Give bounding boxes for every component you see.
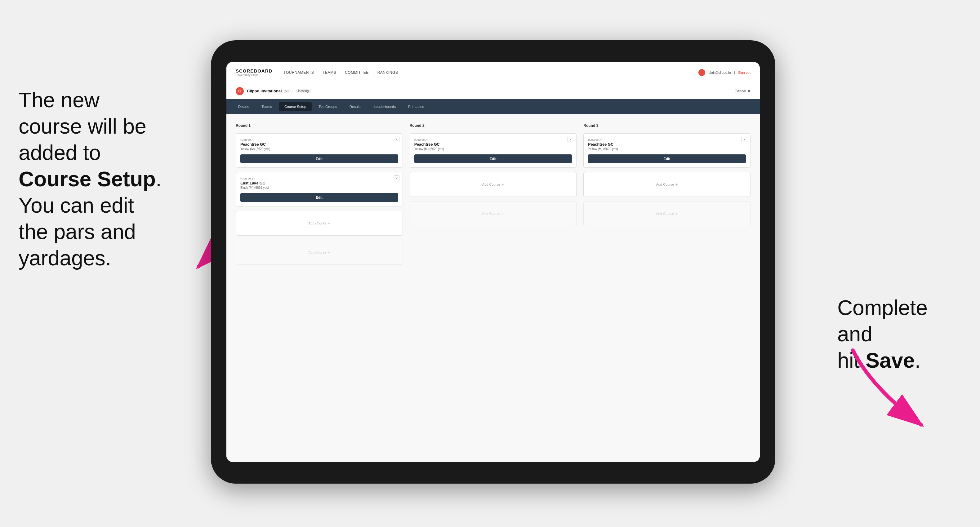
tab-leaderboards[interactable]: Leaderboards [368, 102, 401, 111]
tab-details[interactable]: Details [232, 102, 255, 111]
round-2-add-course-button[interactable]: Add Course + [410, 172, 577, 197]
round-1-course-a-delete[interactable]: ✕ [394, 137, 399, 142]
tab-bar: Details Teams Course Setup Tee Groups Re… [226, 99, 760, 114]
round-2-course-a-name: Peachtree GC [414, 142, 572, 147]
round-3-add-plus-icon: + [675, 182, 678, 187]
round-2-course-a-label: (Course A) [414, 138, 572, 141]
tab-printables[interactable]: Printables [402, 102, 430, 111]
round-1-course-b-name: East Lake GC [240, 181, 398, 186]
top-nav-links: TOURNAMENTS TEAMS COMMITTEE RANKINGS [283, 70, 698, 75]
user-email: blair@clippd.io [708, 71, 731, 75]
tournament-header: C Clippd Invitational (Men) Hosting Canc… [226, 83, 760, 99]
c-logo: C [236, 87, 244, 95]
scoreboard-logo: SCOREBOARD Powered by clippd [236, 68, 272, 76]
round-3-add-course-label: Add Course [656, 183, 674, 186]
annotation-bold-course-setup: Course Setup [19, 167, 156, 190]
round-1-course-a-name: Peachtree GC [240, 142, 398, 147]
round-3-course-a-card: ✕ (Course A) Peachtree GC Yellow (M) (66… [583, 133, 751, 168]
round-3-course-a-name: Peachtree GC [588, 142, 746, 147]
round-2-add-plus-icon-2: + [501, 211, 504, 216]
rounds-grid: Round 1 ✕ (Course A) Peachtree GC Yellow… [236, 123, 751, 265]
nav-teams[interactable]: TEAMS [323, 70, 336, 75]
round-2-title: Round 2 [410, 123, 577, 128]
tab-results[interactable]: Results [344, 102, 367, 111]
nav-tournaments[interactable]: TOURNAMENTS [283, 70, 314, 75]
logo-main-text: SCOREBOARD [236, 68, 272, 73]
round-3-course-a-delete[interactable]: ✕ [741, 137, 747, 142]
round-1-add-course-label: Add Course [308, 221, 326, 225]
tab-teams[interactable]: Teams [256, 102, 278, 111]
round-1-course-b-details: Black (M) (6891 yds) [240, 186, 398, 189]
annotation-line8: yardages. [19, 246, 111, 270]
round-1-add-plus-icon-2: + [328, 250, 330, 255]
nav-committee[interactable]: COMMITTEE [345, 70, 369, 75]
tab-course-setup[interactable]: Course Setup [279, 102, 312, 111]
annotation-line2: course will be [19, 114, 146, 138]
round-2-add-course-label-2: Add Course [482, 212, 500, 216]
round-2-add-course-disabled: Add Course + [410, 201, 577, 226]
cancel-button[interactable]: Cancel ✕ [735, 89, 751, 93]
round-1-title: Round 1 [236, 123, 403, 128]
round-3-course-a-label: (Course A) [588, 138, 746, 141]
round-1-course-b-card: ✕ (Course B) East Lake GC Black (M) (689… [236, 172, 403, 206]
round-1-course-a-card: ✕ (Course A) Peachtree GC Yellow (M) (66… [236, 133, 403, 168]
hosting-badge: Hosting [296, 89, 311, 93]
round-3-column: Round 3 ✕ (Course A) Peachtree GC Yellow… [583, 123, 751, 265]
top-nav-right: blair@clippd.io | Sign out [698, 69, 751, 76]
nav-rankings[interactable]: RANKINGS [377, 70, 398, 75]
round-1-add-course-disabled: Add Course + [236, 240, 403, 265]
annotation-right-line1: Complete and [837, 296, 928, 346]
annotation-line3: added to [19, 141, 101, 164]
round-1-course-b-delete[interactable]: ✕ [394, 175, 399, 181]
annotation-left: The new course will be added to Course S… [19, 87, 180, 271]
arrow-right [834, 341, 943, 434]
round-2-course-a-edit-button[interactable]: Edit [414, 154, 572, 163]
tournament-name: Clippd Invitational [247, 89, 282, 93]
round-2-column: Round 2 ✕ (Course A) Peachtree GC Yellow… [410, 123, 577, 265]
user-avatar [698, 69, 705, 76]
annotation-line6: You can edit [19, 194, 134, 217]
round-3-title: Round 3 [583, 123, 751, 128]
round-3-add-course-label-2: Add Course [656, 212, 674, 216]
round-2-course-a-delete[interactable]: ✕ [568, 137, 573, 142]
sign-out-link[interactable]: Sign out [738, 71, 751, 75]
round-2-course-a-details: Yellow (M) (6629 yds) [414, 147, 572, 151]
separator: | [734, 71, 735, 75]
round-1-course-b-edit-button[interactable]: Edit [240, 193, 398, 202]
round-1-course-a-label: (Course A) [240, 138, 398, 141]
round-1-course-a-details: Yellow (M) (6629 yds) [240, 147, 398, 151]
round-1-column: Round 1 ✕ (Course A) Peachtree GC Yellow… [236, 123, 403, 265]
round-2-course-a-card: ✕ (Course A) Peachtree GC Yellow (M) (66… [410, 133, 577, 168]
annotation-line7: the pars and [19, 220, 136, 243]
tab-tee-groups[interactable]: Tee Groups [313, 102, 342, 111]
round-1-course-a-edit-button[interactable]: Edit [240, 154, 398, 163]
tournament-gender: (Men) [284, 89, 293, 93]
round-3-add-plus-icon-2: + [675, 211, 678, 216]
round-1-add-course-button[interactable]: Add Course + [236, 211, 403, 236]
logo-sub-text: Powered by clippd [236, 73, 272, 76]
tablet-screen: SCOREBOARD Powered by clippd TOURNAMENTS… [226, 62, 760, 462]
tablet-frame: SCOREBOARD Powered by clippd TOURNAMENTS… [211, 40, 775, 484]
round-1-add-course-label-2: Add Course [308, 251, 326, 254]
round-1-add-plus-icon: + [328, 221, 330, 226]
top-nav: SCOREBOARD Powered by clippd TOURNAMENTS… [226, 62, 760, 83]
annotation-line1: The new [19, 88, 100, 112]
main-content: Round 1 ✕ (Course A) Peachtree GC Yellow… [226, 114, 760, 462]
round-1-course-b-label: (Course B) [240, 177, 398, 180]
round-3-course-a-edit-button[interactable]: Edit [588, 154, 746, 163]
round-3-course-a-details: Yellow (M) (6629 yds) [588, 147, 746, 151]
round-3-add-course-button[interactable]: Add Course + [583, 172, 751, 197]
round-2-add-plus-icon: + [501, 182, 504, 187]
round-3-add-course-disabled: Add Course + [583, 201, 751, 226]
round-2-add-course-label: Add Course [482, 183, 500, 186]
